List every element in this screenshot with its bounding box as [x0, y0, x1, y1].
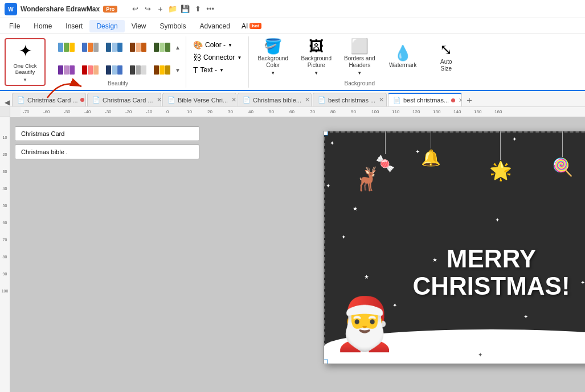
- watermark-icon: 💧: [394, 46, 412, 60]
- background-picture-icon: 🖼: [309, 39, 324, 53]
- hang-line-3: [500, 131, 501, 160]
- ruler-numbers: -70 -60 -50 -40 -30 -20 -10 0 10 20 30 4…: [22, 109, 516, 114]
- pro-badge: Pro: [103, 6, 117, 13]
- theme-button-5[interactable]: [150, 36, 173, 58]
- tab-close-5[interactable]: ✕: [379, 96, 384, 104]
- star-9: ★: [364, 274, 369, 280]
- canvas-card[interactable]: ✦ ✦ ✦ ★ ✦ ✦ ★ ✦ ★ ✦ ✦ ★ ✦ ✦ ★ ✦ ✦: [324, 131, 586, 364]
- background-color-button[interactable]: 🪣 BackgroundColor ▼: [253, 36, 292, 78]
- export-button[interactable]: ⬆: [191, 3, 204, 15]
- connector-label: Connector: [203, 53, 235, 61]
- background-color-icon: 🪣: [264, 39, 282, 53]
- menu-design[interactable]: Design: [89, 20, 124, 32]
- page-thumb-2[interactable]: Christmas bible .: [15, 145, 199, 159]
- theme-button-8[interactable]: [103, 59, 125, 81]
- star-2: ✦: [415, 148, 420, 155]
- one-click-beautify-button[interactable]: ✦ One ClickBeautify ▼: [5, 38, 46, 86]
- menu-insert[interactable]: Insert: [59, 20, 89, 32]
- theme-expand-up[interactable]: ▲: [174, 36, 181, 58]
- design-options: 🎨 Color - ▼ ⛓ Connector ▼ T Text - ▼: [191, 36, 244, 88]
- watermark-label: Watermark: [389, 62, 417, 69]
- ruler-v-numbers: 10 20 30 40 50 60 70 80 90 100: [2, 117, 9, 307]
- tab-label-4: Christmas bible...: [253, 97, 301, 104]
- tab-close-6[interactable]: ✕: [459, 97, 462, 104]
- tab-christmas-bible[interactable]: 📄 Christmas bible... ✕: [238, 93, 312, 106]
- theme-button-10[interactable]: [150, 59, 173, 81]
- text-option[interactable]: T Text - ▼: [191, 64, 244, 76]
- color-option[interactable]: 🎨 Color - ▼: [191, 39, 244, 51]
- red-arrow-decoration: [44, 75, 90, 104]
- background-picture-button[interactable]: 🖼 BackgroundPicture ▼: [297, 36, 336, 78]
- connector-dropdown-arrow: ▼: [237, 55, 242, 60]
- app-name: Wondershare EdrawMax: [21, 5, 100, 13]
- handle-bl[interactable]: [324, 360, 328, 364]
- hang-line-2: [431, 131, 431, 148]
- theme-button-9[interactable]: [126, 59, 149, 81]
- tab-label-3: Bible Verse Chri...: [178, 97, 228, 104]
- menu-view[interactable]: View: [125, 20, 153, 32]
- tab-dot-6: [451, 98, 455, 102]
- tab-bible-verse[interactable]: 📄 Bible Verse Chri... ✕: [162, 93, 236, 106]
- tab-christmas-card-2[interactable]: 📄 Christmas Card ... ✕: [87, 93, 161, 106]
- redo-button[interactable]: ↪: [141, 3, 154, 15]
- color-label: Color -: [205, 41, 226, 49]
- menu-file[interactable]: File: [2, 20, 27, 32]
- tab-close-2[interactable]: ✕: [157, 96, 161, 104]
- tab-label-5: best christmas ...: [328, 97, 375, 104]
- background-section: 🪣 BackgroundColor ▼ 🖼 BackgroundPicture …: [249, 36, 470, 88]
- star-3: ✦: [512, 136, 517, 142]
- menu-symbols[interactable]: Symbols: [153, 20, 193, 32]
- beautify-icon: ✦: [19, 42, 32, 60]
- page-thumb-1[interactable]: Christmas Card: [15, 126, 199, 141]
- tab-nav-left[interactable]: ◀: [2, 98, 12, 106]
- ai-button[interactable]: AI hot: [237, 21, 266, 31]
- ruler-corner: [0, 107, 10, 117]
- more-button[interactable]: •••: [204, 3, 216, 15]
- background-picture-dropdown: ▼: [314, 71, 318, 76]
- hanging-bell: 🔔: [421, 131, 441, 167]
- hanging-candy-cane-2: 🍭: [552, 131, 573, 177]
- svg-text:W: W: [8, 6, 14, 13]
- ribbon: ✦ One ClickBeautify ▼: [0, 34, 585, 91]
- theme-button-2[interactable]: [79, 36, 101, 58]
- borders-dropdown: ▼: [357, 71, 362, 76]
- page-thumb-label-1: Christmas Card: [21, 130, 64, 137]
- tab-best-christmas-1[interactable]: 📄 best christmas ... ✕: [313, 93, 387, 106]
- theme-button-3[interactable]: [103, 36, 125, 58]
- left-panel: Christmas Card Christmas bible .: [10, 117, 204, 392]
- tab-close-4[interactable]: ✕: [305, 96, 310, 104]
- borders-headers-button[interactable]: ⬜ Borders andHeaders ▼: [340, 36, 379, 78]
- menu-bar: File Home Insert Design View Symbols Adv…: [0, 18, 585, 34]
- new-button[interactable]: ＋: [154, 3, 166, 15]
- star-6: ✦: [326, 183, 330, 189]
- hang-line-1: [385, 131, 386, 154]
- canvas-area: Christmas Card Christmas bible . ✦ ✦ ✦ ★: [10, 117, 585, 392]
- workspace-with-ruler: 10 20 30 40 50 60 70 80 90 100 Christmas…: [0, 117, 585, 392]
- app-logo: W Wondershare EdrawMax Pro: [5, 3, 117, 15]
- star-8: ✦: [341, 234, 346, 240]
- save-button[interactable]: 💾: [179, 3, 191, 15]
- watermark-button[interactable]: 💧 Watermark: [383, 43, 422, 71]
- borders-label: Borders andHeaders: [344, 55, 375, 69]
- auto-size-button[interactable]: ⤡ AutoSize: [427, 40, 465, 75]
- theme-button-4[interactable]: [126, 36, 149, 58]
- reindeer-icon: 🦌: [353, 166, 381, 192]
- menu-home[interactable]: Home: [27, 20, 59, 32]
- tab-close-3[interactable]: ✕: [231, 96, 236, 104]
- merry-christmas-text: MERRYCHRISTMAS!: [412, 245, 570, 300]
- ornament-icon: 🌟: [489, 160, 512, 181]
- ai-label: AI: [242, 22, 248, 30]
- bell-icon: 🔔: [421, 148, 441, 167]
- title-bar: W Wondershare EdrawMax Pro ↩ ↪ ＋ 📁 💾 ⬆ •…: [0, 0, 585, 18]
- connector-option[interactable]: ⛓ Connector ▼: [191, 52, 244, 63]
- undo-button[interactable]: ↩: [129, 3, 141, 15]
- tab-add-button[interactable]: ＋: [463, 94, 476, 106]
- theme-expand-down[interactable]: ▼: [174, 59, 181, 81]
- handle-tl[interactable]: [324, 131, 328, 135]
- theme-button-1[interactable]: [55, 36, 77, 58]
- open-button[interactable]: 📁: [166, 3, 179, 15]
- auto-size-label: AutoSize: [440, 59, 452, 72]
- tab-best-christmas-2[interactable]: 📄 best christmas... ✕: [388, 93, 462, 106]
- tab-label-2: Christmas Card ...: [103, 97, 153, 104]
- menu-advanced[interactable]: Advanced: [193, 20, 237, 32]
